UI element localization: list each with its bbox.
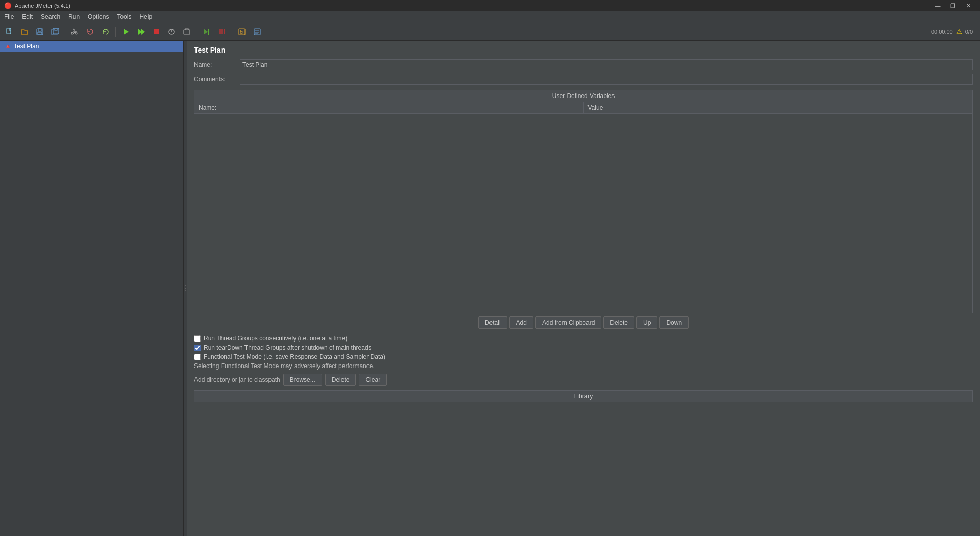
close-button[interactable]: ✕ — [961, 0, 976, 11]
name-input[interactable] — [240, 59, 973, 70]
menu-file[interactable]: File — [0, 12, 18, 21]
comments-label: Comments: — [194, 76, 240, 83]
svg-rect-15 — [184, 30, 190, 34]
toolbar-sep-2 — [115, 27, 116, 37]
run-shutdown-button[interactable] — [164, 25, 179, 39]
options-section: Run Thread Groups consecutively (i.e. on… — [194, 335, 973, 360]
timer-area: 00:00:00 ⚠ 0/0 — [931, 28, 978, 35]
open-button[interactable] — [17, 25, 32, 39]
sidebar-item-testplan[interactable]: 🔺 Test Plan — [0, 41, 183, 52]
svg-rect-18 — [219, 29, 223, 34]
title-bar-title: Apache JMeter (5.4.1) — [15, 3, 70, 9]
counter-display: 0/0 — [965, 29, 973, 35]
run-stop-button[interactable] — [149, 25, 163, 39]
udv-table-header: Name: Value — [194, 102, 972, 114]
up-button[interactable]: Up — [636, 316, 657, 329]
remote-stop-button[interactable] — [215, 25, 229, 39]
add-button[interactable]: Add — [509, 316, 533, 329]
save-button[interactable] — [33, 25, 47, 39]
svg-marker-9 — [124, 29, 129, 35]
performance-note: Selecting Functional Test Mode may adver… — [194, 362, 973, 370]
run-consecutively-label: Run Thread Groups consecutively (i.e. on… — [204, 335, 347, 342]
svg-rect-5 — [53, 28, 59, 34]
functional-mode-row: Functional Test Mode (i.e. save Response… — [194, 353, 973, 360]
run-teardown-checkbox[interactable] — [194, 345, 201, 351]
browse-button[interactable]: Browse... — [283, 374, 322, 386]
toolbar-sep-1 — [65, 27, 65, 37]
udv-col-name-header: Name: — [194, 102, 584, 113]
svg-marker-16 — [204, 29, 208, 35]
title-bar-left: 🔴 Apache JMeter (5.4.1) — [4, 2, 70, 9]
classpath-section: Add directory or jar to classpath Browse… — [194, 374, 973, 386]
timer-display: 00:00:00 — [931, 29, 953, 35]
udv-buttons: Detail Add Add from Clipboard Delete Up … — [194, 313, 973, 332]
add-from-clipboard-button[interactable]: Add from Clipboard — [535, 316, 601, 329]
log-viewer-button[interactable] — [250, 25, 264, 39]
name-label: Name: — [194, 61, 240, 68]
menu-edit[interactable]: Edit — [18, 12, 37, 21]
udv-col-value-header: Value — [584, 102, 973, 113]
name-row: Name: — [194, 59, 973, 70]
sidebar: 🔺 Test Plan — [0, 41, 184, 536]
remote-start-button[interactable] — [200, 25, 214, 39]
classpath-label: Add directory or jar to classpath — [194, 376, 280, 383]
detail-button[interactable]: Detail — [478, 316, 507, 329]
classpath-delete-button[interactable]: Delete — [325, 374, 356, 386]
testplan-icon: 🔺 — [4, 43, 12, 50]
run-start-button[interactable] — [118, 25, 133, 39]
svg-rect-3 — [38, 32, 42, 34]
sidebar-item-label: Test Plan — [14, 43, 39, 50]
menu-options[interactable]: Options — [84, 12, 113, 21]
library-header: Library — [194, 391, 972, 402]
title-bar: 🔴 Apache JMeter (5.4.1) — ❐ ✕ — [0, 0, 980, 11]
menu-tools[interactable]: Tools — [113, 12, 135, 21]
comments-input[interactable] — [240, 74, 973, 85]
library-section: Library — [194, 390, 973, 402]
svg-point-8 — [75, 32, 77, 34]
down-button[interactable]: Down — [659, 316, 689, 329]
saveall-button[interactable] — [48, 25, 62, 39]
run-consecutively-row: Run Thread Groups consecutively (i.e. on… — [194, 335, 973, 342]
menu-run[interactable]: Run — [64, 12, 84, 21]
clear-button[interactable]: Clear — [359, 374, 387, 386]
function-helper-button[interactable]: fx — [235, 25, 249, 39]
maximize-button[interactable]: ❐ — [945, 0, 961, 11]
title-bar-controls: — ❐ ✕ — [930, 0, 976, 11]
warning-icon: ⚠ — [956, 28, 962, 35]
cut-button[interactable] — [68, 25, 82, 39]
toolbar-sep-3 — [197, 27, 197, 37]
svg-rect-2 — [38, 29, 41, 31]
svg-point-7 — [71, 32, 74, 34]
run-consecutively-checkbox[interactable] — [194, 335, 201, 342]
minimize-button[interactable]: — — [930, 0, 945, 11]
svg-rect-12 — [154, 29, 159, 34]
revert-button[interactable] — [83, 25, 97, 39]
svg-rect-0 — [7, 28, 11, 34]
svg-text:fx: fx — [240, 30, 244, 35]
run-stop-no-pause-button[interactable] — [134, 25, 148, 39]
comments-row: Comments: — [194, 74, 973, 85]
menu-help[interactable]: Help — [135, 12, 156, 21]
panel-title: Test Plan — [194, 46, 973, 54]
menu-bar: File Edit Search Run Options Tools Help — [0, 11, 980, 22]
toolbar: fx 00:00:00 ⚠ 0/0 — [0, 22, 980, 41]
toolbar-sep-4 — [232, 27, 232, 37]
svg-marker-11 — [141, 29, 145, 35]
new-button[interactable] — [2, 25, 16, 39]
content-panel: Test Plan Name: Comments: User Defined V… — [187, 41, 980, 536]
run-teardown-row: Run tearDown Thread Groups after shutdow… — [194, 344, 973, 351]
udv-body — [194, 114, 972, 313]
svg-marker-10 — [138, 29, 142, 35]
menu-search[interactable]: Search — [37, 12, 64, 21]
udv-header: User Defined Variables — [194, 90, 972, 102]
run-clear-button[interactable] — [180, 25, 194, 39]
functional-mode-checkbox[interactable] — [194, 354, 201, 360]
main-layout: 🔺 Test Plan ⋮ Test Plan Name: Comments: … — [0, 41, 980, 536]
app-icon: 🔴 — [4, 2, 12, 9]
delete-button[interactable]: Delete — [603, 316, 634, 329]
functional-mode-label: Functional Test Mode (i.e. save Response… — [204, 353, 385, 360]
run-teardown-label: Run tearDown Thread Groups after shutdow… — [204, 344, 372, 351]
udv-section: User Defined Variables Name: Value — [194, 90, 973, 313]
refresh-button[interactable] — [99, 25, 113, 39]
